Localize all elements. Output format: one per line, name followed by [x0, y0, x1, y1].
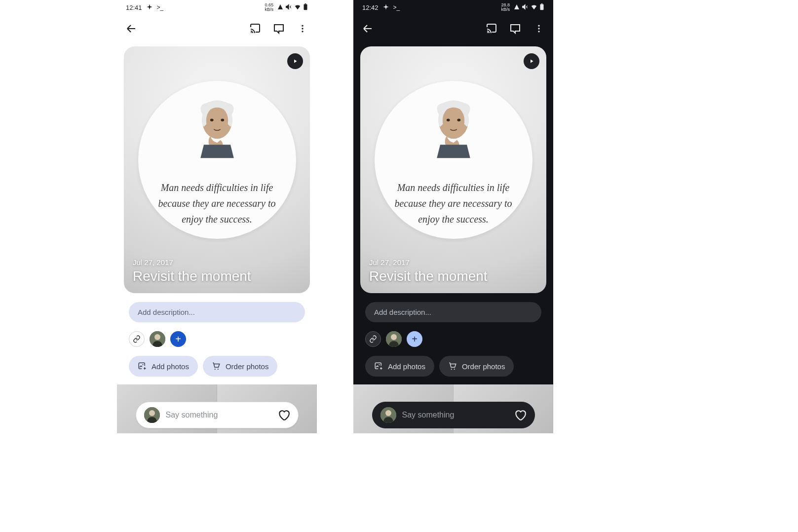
- comment-button[interactable]: [509, 22, 522, 35]
- phone-dark: 12:42 >_ 28.8kB/s: [353, 0, 553, 433]
- svg-point-11: [142, 364, 143, 365]
- status-time: 12:41: [126, 4, 142, 11]
- hero-date: Jul 27, 2017: [133, 258, 251, 266]
- action-row: Add photos Order photos: [129, 356, 305, 377]
- toolbar: [117, 15, 317, 42]
- svg-point-27: [379, 364, 380, 365]
- svg-point-5: [302, 31, 303, 32]
- toolbar: [353, 15, 553, 42]
- status-bar: 12:42 >_ 28.8kB/s: [353, 0, 553, 15]
- user-avatar: [144, 407, 160, 423]
- description-input[interactable]: Add description...: [365, 302, 541, 322]
- network-speed: 0.65kB/s: [265, 3, 273, 12]
- hero-date: Jul 27, 2017: [369, 258, 488, 266]
- svg-point-13: [218, 369, 219, 370]
- description-input[interactable]: Add description...: [129, 302, 305, 322]
- svg-point-26: [391, 334, 397, 340]
- svg-rect-17: [541, 3, 543, 4]
- plus-icon: +: [412, 334, 418, 344]
- add-photo-icon: [138, 362, 147, 371]
- battery-icon: [539, 3, 544, 12]
- svg-point-28: [451, 369, 452, 370]
- svg-point-4: [302, 28, 303, 29]
- order-photos-label: Order photos: [462, 362, 505, 371]
- svg-point-29: [454, 369, 455, 370]
- comment-bar[interactable]: Say something: [372, 402, 535, 428]
- mute-icon: [522, 3, 529, 12]
- back-button[interactable]: [361, 22, 374, 35]
- add-person-button[interactable]: +: [170, 331, 186, 347]
- svg-point-23: [446, 119, 450, 121]
- svg-point-18: [487, 32, 488, 33]
- contact-avatar[interactable]: [386, 331, 402, 347]
- copy-link-button[interactable]: [365, 331, 381, 347]
- more-button[interactable]: [532, 22, 545, 35]
- battery-icon: [303, 3, 308, 12]
- like-button[interactable]: [514, 409, 527, 421]
- add-photos-button[interactable]: Add photos: [129, 356, 198, 377]
- user-avatar: [380, 407, 396, 423]
- description-placeholder: Add description...: [138, 308, 195, 316]
- svg-point-19: [538, 25, 539, 27]
- phone-light: 12:41 >_ 0.65kB/s: [117, 0, 317, 433]
- svg-rect-1: [305, 3, 306, 4]
- order-photos-label: Order photos: [226, 362, 269, 371]
- order-photos-button[interactable]: Order photos: [203, 356, 278, 377]
- comment-bar[interactable]: Say something: [136, 402, 299, 428]
- cast-button[interactable]: [249, 22, 262, 35]
- signal-icon: [514, 4, 520, 11]
- cart-icon: [212, 362, 221, 371]
- status-bar: 12:41 >_ 0.65kB/s: [117, 0, 317, 15]
- wifi-icon: [531, 3, 537, 12]
- svg-point-7: [210, 119, 213, 121]
- portrait-image: [184, 95, 250, 161]
- copy-link-button[interactable]: [129, 331, 145, 347]
- portrait-image: [420, 95, 487, 161]
- svg-point-31: [385, 410, 391, 416]
- svg-point-20: [538, 28, 539, 29]
- add-person-button[interactable]: +: [407, 331, 422, 347]
- play-button[interactable]: [287, 53, 303, 69]
- back-button[interactable]: [125, 22, 138, 35]
- description-placeholder: Add description...: [374, 308, 431, 316]
- wifi-icon: [294, 3, 301, 12]
- comment-button[interactable]: [272, 22, 285, 35]
- memory-hero-card[interactable]: Man needs difficulties in life because t…: [124, 46, 310, 293]
- svg-point-12: [215, 369, 216, 370]
- svg-point-8: [221, 119, 224, 121]
- svg-point-2: [251, 32, 252, 33]
- quote-text: Man needs difficulties in life because t…: [143, 180, 291, 227]
- memory-hero-card[interactable]: Man needs difficulties in life because t…: [360, 46, 546, 293]
- comment-placeholder: Say something: [166, 411, 271, 419]
- share-row: +: [129, 331, 305, 347]
- contact-avatar[interactable]: [150, 331, 165, 347]
- hero-title: Revisit the moment: [369, 268, 488, 284]
- cart-icon: [448, 362, 457, 371]
- plus-icon: +: [175, 334, 181, 344]
- svg-rect-0: [304, 4, 307, 10]
- svg-point-21: [538, 31, 539, 32]
- add-photos-label: Add photos: [152, 362, 189, 371]
- mute-icon: [285, 3, 292, 12]
- terminal-icon: >_: [393, 4, 400, 11]
- add-photos-label: Add photos: [388, 362, 425, 371]
- add-photos-button[interactable]: Add photos: [365, 356, 434, 377]
- terminal-icon: >_: [157, 4, 164, 11]
- signal-icon: [277, 4, 283, 11]
- svg-point-3: [302, 25, 303, 27]
- add-photo-icon: [374, 362, 383, 371]
- svg-point-24: [457, 119, 460, 121]
- status-time: 12:42: [362, 4, 379, 11]
- order-photos-button[interactable]: Order photos: [439, 356, 514, 377]
- play-button[interactable]: [524, 53, 539, 69]
- hero-title: Revisit the moment: [133, 268, 251, 284]
- network-speed: 28.8kB/s: [501, 3, 510, 12]
- like-button[interactable]: [277, 409, 290, 421]
- svg-rect-16: [540, 4, 544, 10]
- comment-placeholder: Say something: [402, 411, 508, 419]
- quote-text: Man needs difficulties in life because t…: [380, 180, 528, 227]
- cast-button[interactable]: [485, 22, 498, 35]
- more-button[interactable]: [296, 22, 309, 35]
- gemini-icon: [382, 3, 389, 12]
- gemini-icon: [146, 3, 153, 12]
